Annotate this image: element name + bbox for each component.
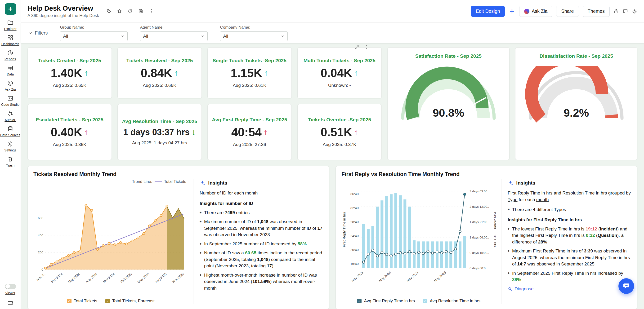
comment-icon[interactable]: [623, 8, 628, 14]
filters-label: Filters: [35, 30, 48, 36]
ask-zia-button[interactable]: Ask Zia: [519, 6, 552, 17]
panel-first-reply-vs-resolution[interactable]: First Reply vs Resolution Time Monthly T…: [336, 166, 637, 309]
kpi-title: Avg First Reply Time - Sep 2025: [212, 117, 287, 123]
kpi-trend-arrow: ↑: [354, 69, 358, 77]
group-name-select[interactable]: All: [60, 31, 128, 41]
tickets-resolved-chart[interactable]: 0200400600Nov 2..Feb 2024May 2024Aug 202…: [34, 184, 188, 297]
tag-icon[interactable]: [106, 8, 112, 14]
kpi-card-multi-touch[interactable]: Multi Touch Tickets - Sep 2025 0.04K↑ Un…: [298, 47, 382, 98]
panel-tickets-resolved-trend[interactable]: Tickets Resolved Monthly Trend Trend Lin…: [28, 166, 329, 309]
bullet-text: There are 4 different Types: [512, 206, 566, 213]
add-button[interactable]: +: [508, 7, 516, 16]
bullet-diamond-icon: ◆: [200, 220, 202, 238]
automl-chip-icon: [7, 110, 14, 117]
export-icon[interactable]: [614, 8, 619, 14]
panel-body: 0 days 00:0..0 days 15:00..1 days 06:00.…: [342, 179, 632, 304]
bullet-text: Number of ID saw a 60.65 times incline i…: [204, 250, 324, 269]
insights-panel: Insights First Reply Time in hrs and Res…: [501, 179, 632, 304]
svg-text:Aug 2025: Aug 2025: [154, 272, 167, 284]
kpi-card-tickets-created[interactable]: Tickets Created - Sep 2025 1.40K↑ Aug 20…: [28, 47, 112, 98]
kpi-trend-arrow: ↑: [84, 69, 88, 77]
top-header: Help Desk Overview A 360 degree insight …: [21, 0, 644, 23]
app-logo[interactable]: +: [5, 3, 16, 15]
widget-menu-icon[interactable]: [364, 44, 369, 49]
themes-button[interactable]: Themes: [583, 6, 610, 17]
kpi-subtext: Aug 2025: 0.66K: [143, 83, 176, 88]
panel-title: Tickets Resolved Monthly Trend: [34, 171, 324, 177]
page-title: Help Desk Overview: [28, 4, 99, 12]
diagnose-link[interactable]: Diagnose: [508, 286, 632, 292]
sidebar-item-reports[interactable]: Reports: [0, 50, 20, 61]
insight-bullet: ◆Highest month-over-month increase in nu…: [200, 272, 324, 292]
sidebar-item-label: Data: [7, 72, 14, 76]
agent-name-select[interactable]: All: [140, 31, 208, 41]
kpi-card-single-touch[interactable]: Single Touch Tickets -Sep 2025 1.15K↑ Au…: [208, 47, 292, 98]
kpi-card-avg-first-reply[interactable]: Avg First Reply Time - Sep 2025 40:54↑ A…: [208, 104, 292, 160]
sidebar-item-trash[interactable]: Trash: [0, 156, 20, 167]
zia-chat-fab[interactable]: [618, 278, 634, 294]
trash-icon: [7, 156, 14, 162]
star-icon[interactable]: [117, 8, 122, 14]
sidebar-item-settings[interactable]: Settings: [0, 141, 20, 152]
first-reply-resolution-chart[interactable]: 0 days 00:0..0 days 15:00..1 days 06:00.…: [342, 179, 496, 297]
settings-gear-icon[interactable]: [632, 8, 637, 14]
legend-item-avg-resolution[interactable]: ✓ Avg Resolution Time in hrs: [423, 299, 480, 304]
gauge-card-satisfaction[interactable]: Satisfaction Rate - Sep 2025 90.8%: [387, 47, 510, 160]
viewer-toggle[interactable]: [5, 284, 16, 289]
bullet-text: Maximum number of ID of 1,048 was observ…: [204, 218, 324, 238]
bullet-text: Highest month-over-month increase in num…: [204, 272, 324, 292]
panel-body: Trend Line: Total Tickets 0200400600Nov …: [34, 179, 324, 304]
legend-item-total-tickets[interactable]: ✓ Total Tickets: [67, 299, 97, 304]
legend-item-total-tickets-forecast[interactable]: ✓ Total Tickets, Forecast: [105, 299, 154, 304]
sidebar-item-label: Settings: [4, 148, 16, 152]
insights-header: Insights: [508, 179, 632, 186]
filters-toggle[interactable]: Filters: [28, 30, 48, 36]
kpi-card-avg-resolution[interactable]: Avg Resolution Time - Sep 2025 1 days 03…: [118, 104, 202, 160]
gauge-card-dissatisfaction[interactable]: Dissatisfaction Rate - Sep 2025 9.2%: [515, 47, 637, 160]
collapse-sidebar-icon[interactable]: [7, 300, 14, 306]
share-button[interactable]: Share: [556, 6, 579, 17]
more-options-icon[interactable]: [149, 8, 154, 14]
chart-column: 0 days 00:0..0 days 15:00..1 days 06:00.…: [342, 179, 496, 304]
insights-header: Insights: [200, 179, 324, 186]
svg-text:First Reply Time in hrs: First Reply Time in hrs: [342, 212, 346, 247]
sidebar-item-automl[interactable]: AutoML: [0, 110, 20, 122]
kpi-trend-arrow: ↑: [354, 128, 358, 137]
kpi-card-escalated[interactable]: Escalated Tickets - Sep 2025 0.40K↑ Aug …: [28, 104, 112, 160]
company-name-select[interactable]: All: [220, 31, 288, 41]
kpi-card-tickets-resolved[interactable]: Tickets Resolved - Sep 2025 0.84K↑ Aug 2…: [118, 47, 202, 98]
kpi-value: 1.15K↑: [230, 67, 268, 79]
widget-expand-icon[interactable]: [354, 44, 359, 49]
bullet-diamond-icon: ◆: [200, 211, 202, 216]
chevron-down-icon: [281, 34, 284, 38]
sidebar-item-explorer[interactable]: Explorer: [0, 19, 20, 31]
page-subtitle: A 360 degree insight of the Help Desk: [28, 13, 99, 18]
trend-legend-label: Trend Line:: [132, 179, 152, 184]
kpi-card-tickets-overdue[interactable]: Tickets Overdue -Sep 2025 0.51K↑ Aug 202…: [298, 104, 382, 160]
svg-text:1 days 21:00..: 1 days 21:00..: [470, 220, 489, 224]
legend-swatch: ✓: [67, 299, 72, 303]
sidebar-item-ask-zia[interactable]: Ask Zia: [0, 80, 20, 91]
legend-item-avg-first-reply[interactable]: ✓ Avg First Reply Time in hrs: [357, 299, 415, 304]
kpi-subtext: Aug 2025: 0.61K: [233, 83, 266, 88]
insights-bullet-list: ◆The lowest First Reply Time in hrs is 1…: [508, 226, 632, 283]
sidebar-item-code-studio[interactable]: Code Studio: [0, 95, 20, 106]
sidebar: + Explorer Dashboards Reports Data Ask Z…: [0, 0, 21, 309]
sidebar-item-data[interactable]: Data: [0, 65, 20, 76]
save-icon[interactable]: [138, 8, 144, 14]
ask-zia-smiley-icon: [7, 80, 14, 86]
sidebar-item-data-sources[interactable]: Data Sources: [0, 126, 20, 137]
sidebar-item-dashboards[interactable]: Dashboards: [0, 34, 20, 46]
kpi-value: 0.04K↑: [320, 67, 358, 79]
svg-text:20:40: 20:40: [350, 248, 359, 252]
insight-bullet: ◆In September 2025 First Reply Time in h…: [508, 270, 632, 283]
legend-swatch: ✓: [105, 299, 110, 303]
legend-swatch: ✓: [423, 299, 427, 303]
edit-design-button[interactable]: Edit Design: [471, 6, 504, 17]
bullet-diamond-icon: ◆: [200, 251, 202, 269]
insights-panel: Insights Number of ID for each month Ins…: [193, 179, 324, 304]
refresh-icon[interactable]: [128, 8, 133, 14]
svg-text:Resolution Time in hrs: Resolution Time in hrs: [494, 212, 496, 247]
widget-actions: [354, 44, 369, 49]
bullet-diamond-icon: ◆: [508, 227, 510, 245]
